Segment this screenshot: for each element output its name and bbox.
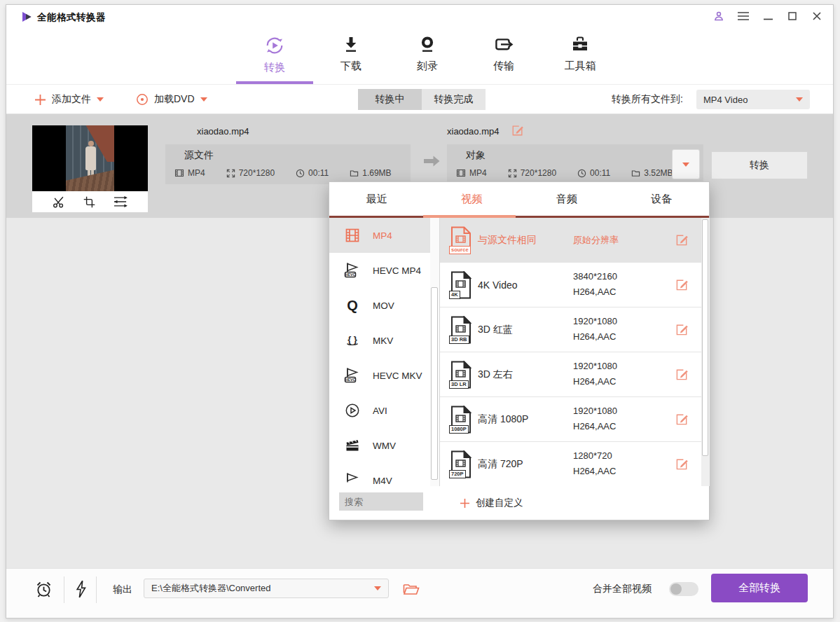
preset-3d-lr[interactable]: 3D LR 3D 左右 1920*1080 H264,AAC <box>440 352 701 397</box>
output-format-dropdown[interactable]: MP4 Video <box>696 90 810 109</box>
matroska-braces-icon: { } <box>343 331 362 350</box>
target-format-dropdown-button[interactable] <box>672 149 700 179</box>
format-item-m4v[interactable]: M4V <box>329 463 430 486</box>
output-path-value: E:\全能格式转换器\Converted <box>151 582 374 595</box>
preset-4k[interactable]: 4K 4K Video 3840*2160 H264,AAC <box>440 263 701 307</box>
preset-list-scrollbar[interactable] <box>701 218 710 486</box>
clock-icon <box>577 169 586 178</box>
edit-preset-icon[interactable] <box>675 233 689 247</box>
target-duration: 00:11 <box>577 168 610 178</box>
arrow-right-icon <box>422 155 441 167</box>
edit-preset-icon[interactable] <box>675 278 689 291</box>
maximize-button[interactable] <box>786 10 799 22</box>
format-item-mkv[interactable]: { } MKV <box>329 323 430 358</box>
window-controls <box>712 10 823 22</box>
download-icon <box>342 35 360 55</box>
format-item-wmv[interactable]: WMV <box>329 428 430 463</box>
format-search-input[interactable] <box>339 492 423 511</box>
preset-3d-rb[interactable]: 3D RB 3D 红蓝 1920*1080 H264,AAC <box>440 307 701 352</box>
tab-transfer[interactable]: 传输 <box>476 35 532 74</box>
load-dvd-label: 加载DVD <box>154 93 195 106</box>
video-thumbnail-block <box>32 125 148 212</box>
row-convert-button[interactable]: 转换 <box>711 151 808 179</box>
target-info-box: 对象 MP4 720*1280 00:11 <box>447 144 703 184</box>
resolution-icon <box>508 169 517 178</box>
crop-icon[interactable] <box>83 195 96 209</box>
output-label: 输出 <box>113 583 132 596</box>
tab-convert-label: 转换 <box>264 61 285 74</box>
merge-videos-toggle[interactable] <box>669 582 698 596</box>
edit-preset-icon[interactable] <box>675 323 689 336</box>
format-item-avi[interactable]: AVI <box>329 393 430 428</box>
dvd-icon <box>136 93 149 106</box>
source-resolution: 720*1280 <box>226 168 275 178</box>
add-file-caret-icon <box>97 97 104 102</box>
ptab-recent[interactable]: 最近 <box>329 182 425 216</box>
minimize-button[interactable] <box>762 10 774 22</box>
rename-edit-icon[interactable] <box>511 124 524 137</box>
load-dvd-button[interactable]: 加载DVD <box>136 85 207 114</box>
target-size: 3.52MB <box>631 168 673 178</box>
open-folder-icon[interactable] <box>403 582 420 595</box>
preset-same-as-source[interactable]: source 与源文件相同 原始分辨率 <box>440 218 701 263</box>
menu-icon[interactable] <box>737 10 750 22</box>
tab-download[interactable]: 下载 <box>323 35 379 74</box>
add-file-button[interactable]: 添加文件 <box>34 85 104 114</box>
ptab-device[interactable]: 设备 <box>614 182 710 216</box>
source-duration: 00:11 <box>296 168 329 178</box>
ptab-audio[interactable]: 音频 <box>519 182 614 216</box>
edit-preset-icon[interactable] <box>675 413 689 426</box>
scrollbar-thumb[interactable] <box>702 219 708 456</box>
tab-burn-label: 刻录 <box>417 60 438 73</box>
account-icon[interactable] <box>712 10 725 22</box>
output-path-caret-icon <box>374 586 381 590</box>
format-item-hevc-mkv[interactable]: HEVC HEVC MKV <box>329 358 430 393</box>
trim-scissors-icon[interactable] <box>52 195 66 209</box>
format-item-mp4[interactable]: MP4 <box>329 218 430 253</box>
source-filename: xiaodao.mp4 <box>197 126 249 137</box>
mp4-film-icon <box>343 226 362 244</box>
tab-converting[interactable]: 转换中 <box>358 89 422 110</box>
format-list-scrollbar[interactable] <box>430 218 439 486</box>
preset-hd-1080p[interactable]: 1080P 高清 1080P 1920*1080 H264,AAC <box>440 397 701 442</box>
source-file-icon: source <box>449 226 473 254</box>
edit-preset-icon[interactable] <box>675 368 689 381</box>
tab-convert[interactable]: 转换 <box>247 35 303 74</box>
format-picker-panel: 最近 视频 音频 设备 MP4 HEVC HEVC MP4 Q <box>329 181 710 520</box>
format-item-hevc-mp4[interactable]: HEVC HEVC MP4 <box>329 253 430 288</box>
screen: 全能格式转换器 转换 <box>0 0 840 622</box>
source-info-title: 源文件 <box>184 149 411 162</box>
target-format: MP4 <box>456 168 487 178</box>
output-path-dropdown[interactable]: E:\全能格式转换器\Converted <box>144 579 389 598</box>
folder-icon <box>350 169 359 178</box>
ptab-video[interactable]: 视频 <box>425 182 520 216</box>
tab-toolbox-label: 工具箱 <box>565 60 596 73</box>
convert-icon <box>264 35 285 56</box>
preset-hd-720p[interactable]: 720P 高清 720P 1280*720 H264,AAC <box>440 442 701 486</box>
effects-sliders-icon[interactable] <box>113 195 128 208</box>
create-custom-button[interactable]: 创建自定义 <box>460 486 523 520</box>
load-dvd-caret-icon <box>200 97 207 102</box>
format-item-mov[interactable]: Q MOV <box>329 288 430 323</box>
scrollbar-thumb[interactable] <box>431 287 438 480</box>
720p-file-icon: 720P <box>449 450 473 478</box>
tab-burn[interactable]: 刻录 <box>399 35 455 74</box>
tab-converted[interactable]: 转换完成 <box>422 89 486 110</box>
tab-toolbox[interactable]: 工具箱 <box>552 35 608 74</box>
app-title: 全能格式转换器 <box>37 11 106 24</box>
toolbar: 添加文件 加载DVD 转换中 转换完成 转换所有文件到: MP4 Video <box>6 85 833 114</box>
bottom-bar: 输出 E:\全能格式转换器\Converted 合并全部视频 全部转换 <box>6 568 833 618</box>
edit-preset-icon[interactable] <box>675 457 689 471</box>
clip-toolbar <box>32 191 148 212</box>
schedule-alarm-icon[interactable] <box>34 580 53 599</box>
high-speed-bolt-icon[interactable] <box>74 579 88 599</box>
format-list: MP4 HEVC HEVC MP4 Q MOV { } MKV <box>329 218 430 486</box>
titlebar: 全能格式转换器 <box>6 5 833 29</box>
svg-text:Q: Q <box>347 298 358 313</box>
play-flag-icon <box>343 471 362 486</box>
folder-icon <box>631 169 640 178</box>
transfer-icon <box>494 35 514 55</box>
convert-all-to-label: 转换所有文件到: <box>612 93 683 106</box>
close-button[interactable] <box>811 10 823 22</box>
convert-all-button[interactable]: 全部转换 <box>711 574 808 602</box>
